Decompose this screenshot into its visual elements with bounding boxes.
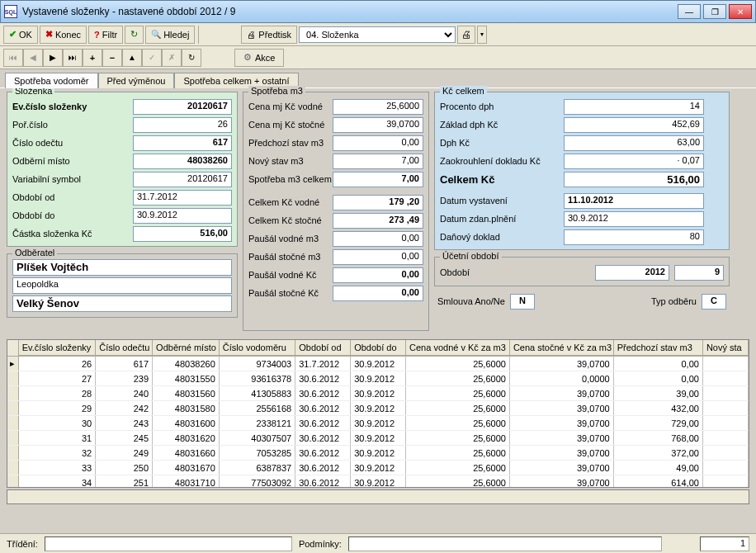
table-cell[interactable]: 31.7.2012 [295, 357, 351, 371]
table-cell[interactable]: 30.9.2012 [351, 401, 406, 415]
table-cell[interactable]: 40307507 [220, 431, 295, 445]
table-cell[interactable]: 7053285 [220, 446, 295, 460]
table-cell[interactable] [703, 386, 749, 400]
akce-button[interactable]: Akce [234, 49, 284, 67]
konec-button[interactable]: Konec [40, 26, 87, 44]
table-cell[interactable] [703, 446, 749, 460]
col-cisloodectu[interactable]: Číslo odečtu [96, 340, 153, 356]
col-cenastocne[interactable]: Cena stočné v Kč za m3 [510, 340, 614, 356]
nav-delete[interactable]: − [102, 49, 122, 67]
table-cell[interactable]: 30.9.2012 [351, 386, 406, 400]
table-cell[interactable]: 245 [96, 431, 153, 445]
table-cell[interactable] [703, 461, 749, 475]
table-cell[interactable]: 9734003 [220, 357, 295, 371]
nav-cancel[interactable]: ✗ [162, 49, 182, 67]
table-cell[interactable]: 0,0000 [510, 371, 614, 385]
table-cell[interactable]: 48031620 [153, 431, 220, 445]
table-cell[interactable]: 30.6.2012 [295, 461, 351, 475]
table-cell[interactable]: 39,0700 [510, 446, 614, 460]
table-row[interactable]: 3224948031660705328530.6.201230.9.201225… [7, 446, 749, 461]
table-cell[interactable]: 30.9.2012 [351, 431, 406, 445]
table-cell[interactable]: 2556168 [220, 401, 295, 415]
table-cell[interactable]: 30.9.2012 [351, 371, 406, 385]
celkemv-field[interactable]: 179 ,20 [333, 195, 423, 210]
table-cell[interactable]: 242 [96, 401, 153, 415]
dphproc-field[interactable]: 14 [564, 99, 704, 115]
pvm3-field[interactable]: 0,00 [333, 231, 423, 247]
table-cell[interactable]: 49,00 [614, 461, 703, 475]
table-cell[interactable]: 25,6000 [406, 461, 510, 475]
predstav-field[interactable]: 0,00 [333, 135, 423, 151]
hledej-button[interactable]: Hledej [145, 26, 195, 44]
table-cell[interactable]: 25,6000 [406, 401, 510, 415]
table-row[interactable]: 2924248031580255616830.6.201230.9.201225… [7, 401, 749, 416]
table-cell[interactable]: 30.9.2012 [351, 446, 406, 460]
table-cell[interactable]: 41305883 [220, 386, 295, 400]
table-cell[interactable]: 29 [19, 401, 96, 415]
maximize-button[interactable]: ❐ [703, 4, 726, 19]
table-cell[interactable]: 30.6.2012 [295, 431, 351, 445]
table-cell[interactable]: 48031670 [153, 461, 220, 475]
template-select[interactable]: 04. Složenka [299, 26, 456, 43]
table-cell[interactable] [703, 371, 749, 385]
smlouva-field[interactable]: N [510, 294, 535, 310]
table-cell[interactable] [703, 401, 749, 415]
table-cell[interactable]: 617 [96, 357, 153, 371]
print-icon[interactable] [457, 26, 475, 44]
table-cell[interactable]: 25,6000 [406, 386, 510, 400]
table-cell[interactable]: 48031660 [153, 446, 220, 460]
table-cell[interactable]: 729,00 [614, 416, 703, 430]
datzdan-field[interactable]: 30.9.2012 [564, 211, 704, 227]
psm3-field[interactable]: 0,00 [333, 249, 423, 265]
table-cell[interactable]: 372,00 [614, 446, 703, 460]
table-cell[interactable]: 48038260 [153, 357, 220, 371]
print-dropdown[interactable] [477, 26, 487, 44]
dphkc-field[interactable]: 63,00 [564, 135, 704, 151]
table-cell[interactable]: 25,6000 [406, 431, 510, 445]
table-cell[interactable]: 48031550 [153, 371, 220, 385]
table-cell[interactable]: 30.9.2012 [351, 475, 406, 487]
close-button[interactable]: ✕ [729, 4, 752, 19]
table-cell[interactable]: 25,6000 [406, 371, 510, 385]
cisloodectu-field[interactable]: 617 [133, 135, 232, 151]
table-cell[interactable]: 30.6.2012 [295, 401, 351, 415]
table-row[interactable]: 3024348031600233812130.6.201230.9.201225… [7, 416, 749, 431]
table-cell[interactable]: 432,00 [614, 401, 703, 415]
table-cell[interactable]: 30.6.2012 [295, 416, 351, 430]
col-obdod[interactable]: Období od [295, 340, 351, 356]
castka-field[interactable]: 516,00 [133, 226, 232, 242]
celkems-field[interactable]: 273 ,49 [333, 213, 423, 229]
table-cell[interactable]: 39,0700 [510, 401, 614, 415]
col-odbmisto[interactable]: Odběrné místo [153, 340, 220, 356]
table-cell[interactable]: 30.6.2012 [295, 475, 351, 487]
table-cell[interactable]: 25,6000 [406, 446, 510, 460]
pskc-field[interactable]: 0,00 [333, 286, 423, 301]
nav-prev[interactable]: ◀ [23, 49, 43, 67]
table-cell[interactable]: 39,0700 [510, 416, 614, 430]
table-cell[interactable] [703, 475, 749, 487]
table-cell[interactable]: 30.9.2012 [351, 416, 406, 430]
table-cell[interactable]: 33 [19, 461, 96, 475]
odberatel-city[interactable]: Velký Šenov [12, 295, 232, 312]
col-vodomeru[interactable]: Číslo vodoměru [220, 340, 295, 356]
table-row[interactable]: 31245480316204030750730.6.201230.9.20122… [7, 431, 749, 446]
table-cell[interactable]: 25,6000 [406, 475, 510, 487]
col-cenavodne[interactable]: Cena vodné v Kč za m3 [406, 340, 510, 356]
zaklad-field[interactable]: 452,69 [564, 117, 704, 133]
obddo-field[interactable]: 30.9.2012 [133, 208, 232, 224]
vs-field[interactable]: 20120617 [133, 172, 232, 187]
ok-button[interactable]: OK [3, 26, 38, 44]
table-cell[interactable]: 30.6.2012 [295, 446, 351, 460]
tab-spotreba-vodomer[interactable]: Spotřeba vodoměr [5, 73, 98, 88]
table-row[interactable]: ▸2661748038260973400331.7.201230.9.20122… [7, 357, 749, 371]
zaok-field[interactable]: · 0,07 [564, 154, 704, 169]
table-cell[interactable]: 39,0700 [510, 461, 614, 475]
nav-last[interactable]: ⏭ [63, 49, 83, 67]
table-row[interactable]: 27239480315509361637830.6.201230.9.20122… [7, 371, 749, 386]
table-cell[interactable]: 768,00 [614, 431, 703, 445]
table-cell[interactable]: 25,6000 [406, 357, 510, 371]
nav-reload[interactable]: ↻ [182, 49, 201, 67]
table-cell[interactable]: 34 [19, 475, 96, 487]
table-cell[interactable]: 48031600 [153, 416, 220, 430]
refresh-button[interactable] [125, 26, 144, 44]
